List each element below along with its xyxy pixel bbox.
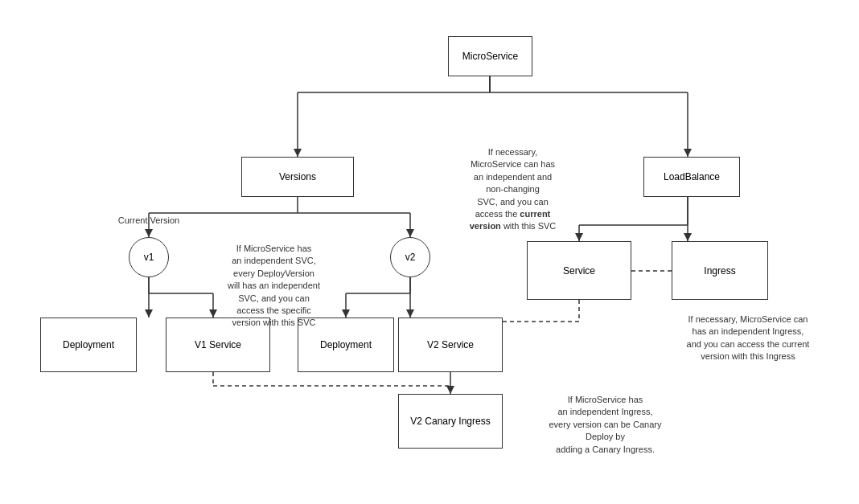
diagram: MicroService Versions LoadBalance Servic… — [0, 0, 859, 504]
svg-marker-7 — [684, 149, 692, 157]
svg-marker-12 — [145, 229, 153, 237]
svg-marker-17 — [145, 309, 153, 318]
microservice-label: MicroService — [462, 51, 518, 62]
svg-marker-33 — [684, 233, 692, 241]
v1-service-label: V1 Service — [195, 339, 241, 350]
v1-deployment-label: Deployment — [63, 339, 114, 350]
microservice-box: MicroService — [448, 36, 532, 76]
note-microservice-svc: If necessary,MicroService can hasan inde… — [450, 146, 575, 233]
ingress-label: Ingress — [704, 265, 735, 277]
loadbalance-label: LoadBalance — [664, 171, 720, 182]
v2-service-label: V2 Service — [427, 339, 474, 350]
svg-marker-31 — [575, 233, 583, 241]
note-canary: If MicroService hasan independent Ingres… — [527, 394, 684, 456]
note-ingress: If necessary, MicroService canhas an ind… — [668, 313, 828, 363]
service-label: Service — [563, 265, 595, 277]
svg-marker-43 — [446, 386, 454, 394]
service-box: Service — [527, 241, 631, 300]
current-version-annotation: Current Version — [105, 215, 193, 225]
v1-label: v1 — [144, 252, 154, 263]
versions-label: Versions — [279, 171, 316, 182]
svg-marker-3 — [294, 149, 302, 157]
v2-canary-ingress-box: V2 Canary Ingress — [398, 394, 503, 449]
v1-deployment-box: Deployment — [40, 318, 137, 372]
svg-marker-25 — [342, 309, 350, 318]
ingress-box: Ingress — [672, 241, 768, 300]
note-independent-svc: If MicroService hasan independent SVC,ev… — [208, 243, 340, 330]
svg-marker-27 — [406, 309, 414, 318]
v2-circle: v2 — [390, 237, 430, 277]
v2-service-box: V2 Service — [398, 318, 503, 372]
v2-label: v2 — [405, 252, 416, 263]
v1-circle: v1 — [129, 237, 169, 277]
loadbalance-box: LoadBalance — [643, 157, 740, 197]
v2-canary-ingress-label: V2 Canary Ingress — [410, 416, 490, 427]
versions-box: Versions — [241, 157, 354, 197]
svg-marker-15 — [406, 229, 414, 237]
v2-deployment-label: Deployment — [320, 339, 372, 350]
